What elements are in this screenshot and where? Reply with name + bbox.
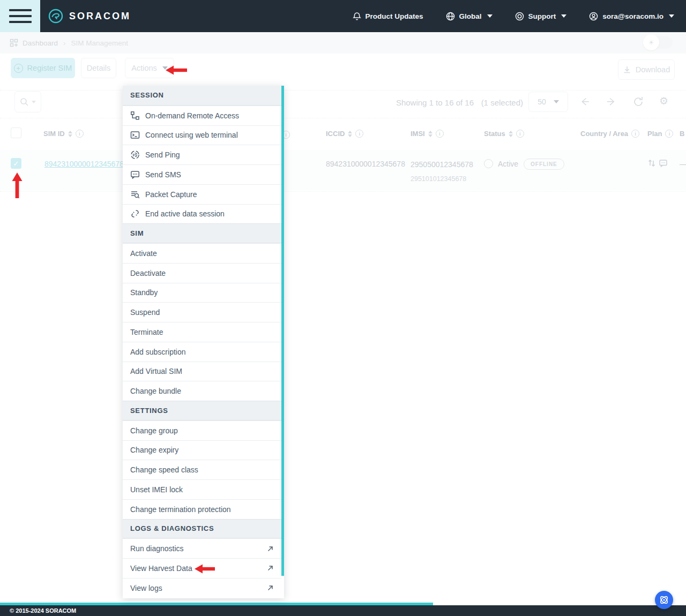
menu-section-logs-diagnostics: LOGS & DIAGNOSTICS — [123, 519, 281, 539]
menu-item-unset-imei-lock[interactable]: Unset IMEI lock — [123, 479, 281, 499]
menu-item-label: Terminate — [130, 328, 163, 336]
annotation-arrow-checkbox — [11, 172, 23, 198]
menu-item-change-termination-protection[interactable]: Change termination protection — [123, 499, 281, 519]
menu-item-send-ping[interactable]: Send Ping — [123, 145, 281, 164]
backdrop-overlay[interactable] — [0, 32, 686, 603]
user-icon — [589, 12, 598, 21]
menu-accent-edge — [281, 86, 284, 576]
packet-capture-icon — [130, 190, 140, 199]
annotation-arrow-view-harvest-data — [195, 564, 215, 574]
menu-item-add-virtual-sim[interactable]: Add Virtual SIM — [123, 362, 281, 381]
menu-item-run-diagnostics[interactable]: Run diagnostics — [123, 538, 281, 558]
menu-item-label: Unset IMEI lock — [130, 485, 183, 494]
footer: © 2015-2024 SORACOM — [0, 605, 686, 616]
menu-section-session: SESSION — [123, 86, 281, 106]
account-email-label: sora@soracom.io — [602, 12, 663, 20]
annotation-arrow-actions — [166, 65, 187, 76]
navbar-links: Product Updates Global Support sora@sora… — [353, 0, 674, 32]
chevron-down-icon — [561, 14, 566, 18]
menu-section-sim: SIM — [123, 223, 281, 243]
menu-item-change-speed-class[interactable]: Change speed class — [123, 460, 281, 479]
chevron-down-icon — [669, 14, 674, 18]
menu-item-change-group[interactable]: Change group — [123, 420, 281, 440]
external-link-icon — [267, 545, 274, 552]
menu-item-label: Standby — [130, 288, 158, 297]
menu-item-connect-using-web-terminal[interactable]: Connect using web terminal — [123, 125, 281, 145]
soracom-logo[interactable]: SORACOM — [48, 0, 131, 32]
support-chat-button[interactable] — [655, 591, 673, 609]
menu-item-on-demand-remote-access[interactable]: On-demand Remote Access — [123, 106, 281, 125]
menu-item-label: Change termination protection — [130, 505, 231, 514]
menu-item-packet-capture[interactable]: Packet Capture — [123, 184, 281, 204]
menu-item-label: Deactivate — [130, 269, 166, 277]
menu-item-label: Add Virtual SIM — [130, 367, 182, 375]
atom-icon — [659, 595, 669, 605]
menu-item-label: Change speed class — [130, 465, 198, 474]
sms-icon — [130, 170, 140, 179]
menu-item-add-subscription[interactable]: Add subscription — [123, 342, 281, 362]
support-label: Support — [528, 12, 556, 20]
menu-item-label: Change bundle — [130, 387, 181, 395]
top-navbar: SORACOM Product Updates Global Support s… — [0, 0, 686, 32]
menu-item-activate[interactable]: Activate — [123, 243, 281, 263]
globe-icon — [446, 12, 455, 21]
ping-icon — [130, 150, 140, 160]
account-menu[interactable]: sora@soracom.io — [589, 12, 674, 21]
product-updates-label: Product Updates — [366, 12, 423, 20]
actions-menu-rows: SESSIONOn-demand Remote AccessConnect us… — [123, 86, 281, 598]
menu-item-change-expiry[interactable]: Change expiry — [123, 440, 281, 460]
menu-item-label: Activate — [130, 249, 157, 258]
menu-item-label: On-demand Remote Access — [145, 111, 239, 120]
sim-management-page: SORACOM Product Updates Global Support s… — [0, 0, 686, 616]
menu-item-label: View logs — [130, 584, 162, 592]
menu-item-label: Connect using web terminal — [145, 131, 238, 139]
menu-item-terminate[interactable]: Terminate — [123, 322, 281, 342]
copyright-text: © 2015-2024 SORACOM — [10, 607, 76, 614]
menu-item-label: View Harvest Data — [130, 564, 192, 573]
menu-item-end-active-data-session[interactable]: End active data session — [123, 204, 281, 224]
product-updates-link[interactable]: Product Updates — [353, 12, 423, 21]
end-session-icon — [130, 209, 140, 219]
remote-access-icon — [130, 111, 140, 121]
menu-item-label: Change expiry — [130, 446, 178, 454]
chevron-down-icon — [487, 14, 493, 18]
menu-item-send-sms[interactable]: Send SMS — [123, 164, 281, 184]
support-icon — [515, 12, 524, 21]
menu-item-deactivate[interactable]: Deactivate — [123, 263, 281, 283]
brand-name: SORACOM — [69, 11, 131, 22]
web-terminal-icon — [130, 130, 140, 140]
menu-item-change-bundle[interactable]: Change bundle — [123, 381, 281, 401]
global-label: Global — [459, 12, 482, 20]
global-coverage-menu[interactable]: Global — [446, 12, 493, 21]
menu-item-label: Send SMS — [145, 170, 181, 179]
menu-item-label: Run diagnostics — [130, 544, 184, 553]
soracom-logo-icon — [48, 9, 63, 24]
actions-menu: SESSIONOn-demand Remote AccessConnect us… — [123, 86, 284, 598]
menu-item-suspend[interactable]: Suspend — [123, 302, 281, 322]
menu-item-label: Suspend — [130, 308, 160, 317]
menu-item-label: Add subscription — [130, 348, 186, 356]
hamburger-menu-button[interactable] — [0, 0, 40, 32]
menu-item-standby[interactable]: Standby — [123, 283, 281, 303]
menu-section-settings: SETTINGS — [123, 401, 281, 420]
menu-item-label: Send Ping — [145, 151, 180, 159]
support-menu[interactable]: Support — [515, 12, 567, 21]
menu-item-label: Change group — [130, 426, 178, 435]
external-link-icon — [267, 565, 274, 572]
menu-item-label: Packet Capture — [145, 190, 197, 199]
menu-item-view-logs[interactable]: View logs — [123, 578, 281, 598]
external-link-icon — [267, 584, 274, 591]
bell-icon — [353, 12, 361, 21]
menu-item-label: End active data session — [145, 209, 225, 218]
